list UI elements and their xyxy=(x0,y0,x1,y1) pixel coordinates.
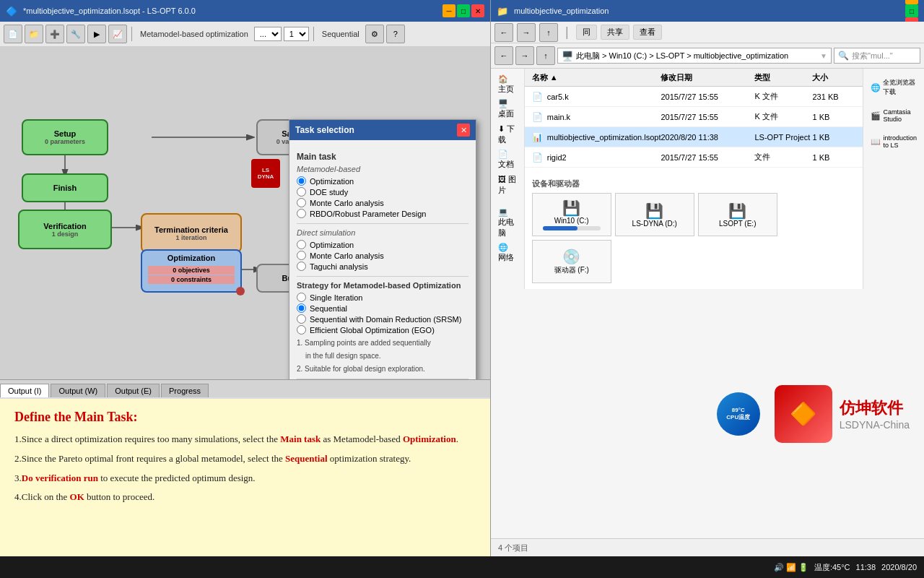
output-w-tab[interactable]: Output (W) xyxy=(51,384,105,397)
rbdo-radio[interactable] xyxy=(297,209,306,218)
fe-nav-up2[interactable]: ↑ xyxy=(536,46,555,65)
mode-dropdown[interactable]: ... xyxy=(254,27,282,41)
direct-sim-label: Direct simulation xyxy=(297,228,468,237)
wrench-button[interactable]: 🔧 xyxy=(66,25,85,43)
logo-icon-box: 🔶 xyxy=(775,385,832,443)
car5k-date: 2015/7/27 15:55 xyxy=(661,92,754,101)
main-toolbar: 📄 📁 ➕ 🔧 ▶ 📈 Metamodel-based optimization… xyxy=(0,22,490,47)
progress-tab[interactable]: Progress xyxy=(161,384,209,397)
drive-f[interactable]: 💿 驱动器 (F:) xyxy=(532,240,611,283)
dialog-close-button[interactable]: ✕ xyxy=(457,124,470,137)
fe-share-btn[interactable]: 同 xyxy=(576,25,597,40)
fe-nav-back[interactable]: ← xyxy=(494,46,513,65)
add-button[interactable]: ➕ xyxy=(45,25,64,43)
fe-searchbar[interactable]: 🔍 搜索"mul..." xyxy=(834,48,920,64)
fe-sidebar-net[interactable]: 🌐 网络 xyxy=(494,241,520,265)
srsm-radio[interactable] xyxy=(297,314,306,324)
hint-3: 2. Suitable for global design exploratio… xyxy=(297,364,468,374)
taguchi-radio-item[interactable]: Taguchi analysis xyxy=(297,261,468,272)
toolbar-sep xyxy=(131,27,132,41)
fe-sidebar-pics[interactable]: 🖼 图片 xyxy=(494,172,520,198)
temp-value: 89°C xyxy=(726,407,750,413)
col-type[interactable]: 类型 xyxy=(754,72,812,83)
mc-radio-item[interactable]: Monte Carlo analysis xyxy=(297,197,468,208)
main-task-options: Optimization DOE study Monte Carlo analy… xyxy=(297,176,468,219)
close-button[interactable]: ✕ xyxy=(471,4,484,17)
maximize-button[interactable]: □ xyxy=(457,4,470,17)
drive-c-label: Win10 (C:) xyxy=(554,217,589,225)
doe-radio-label: DOE study xyxy=(310,188,348,197)
flow-canvas[interactable]: Setup 0 parameters Finish Verification 1… xyxy=(0,47,490,379)
ego-radio-item[interactable]: Efficient Global Optimization (EGO) xyxy=(297,324,468,335)
direct-mc-radio[interactable] xyxy=(297,251,306,260)
fe-sidebar-pc[interactable]: 💻 此电脑 xyxy=(494,205,520,241)
drive-d[interactable]: 💾 LS-DYNA (D:) xyxy=(615,193,694,236)
logo-brand: 仿坤软件 xyxy=(840,397,910,419)
direct-opt-radio-item[interactable]: Optimization xyxy=(297,239,468,250)
settings-button[interactable]: ⚙ xyxy=(365,25,384,43)
fe-maximize-button[interactable]: □ xyxy=(905,4,918,17)
drive-e[interactable]: 💾 LSOPT (E:) xyxy=(698,193,777,236)
fe-addressbar[interactable]: 🖥️ 此电脑 > Win10 (C:) > LS-OPT > multiobje… xyxy=(557,48,832,64)
drive-c[interactable]: 💾 Win10 (C:) xyxy=(532,193,611,236)
dialog-content: Main task Metamodel-based Optimization D… xyxy=(289,140,476,379)
new-button[interactable]: 📄 xyxy=(4,25,22,43)
opt-radio-item[interactable]: Optimization xyxy=(297,176,468,186)
fe-right-intro[interactable]: 📖 introduction to LS xyxy=(867,129,920,155)
output-i-tab[interactable]: Output (I) xyxy=(0,384,49,397)
help-button[interactable]: ? xyxy=(386,25,405,43)
fe-sidebar-home[interactable]: 🏠 主页 xyxy=(494,72,520,97)
tray-temp: 温度:45°C xyxy=(814,562,850,573)
fe-sidebar-docs[interactable]: 📄 文档 xyxy=(494,147,520,172)
direct-mc-radio-item[interactable]: Monte Carlo analysis xyxy=(297,250,468,261)
fe-sidebar-desktop[interactable]: 🖥️ 桌面 xyxy=(494,97,520,121)
run-button[interactable]: ▶ xyxy=(87,25,106,43)
open-button[interactable]: 📁 xyxy=(25,25,43,43)
col-name[interactable]: 名称 ▲ xyxy=(532,72,661,83)
fe-view-btn[interactable]: 查看 xyxy=(633,25,662,40)
task-selection-dialog: Task selection ✕ Main task Metamodel-bas… xyxy=(289,119,476,379)
pages-dropdown[interactable]: 1 xyxy=(284,27,309,41)
fe-title: multiobjective_optimization xyxy=(514,7,609,15)
taguchi-label: Taguchi analysis xyxy=(310,262,368,271)
maink-size: 1 KB xyxy=(812,113,855,121)
doe-radio-item[interactable]: DOE study xyxy=(297,186,468,197)
temp-indicator: 89°C CPU温度 xyxy=(717,392,760,436)
fe-sidebar-downloads[interactable]: ⬇ 下载 xyxy=(494,121,520,147)
fe-share-btn2[interactable]: 共享 xyxy=(601,25,629,40)
srsm-radio-item[interactable]: Sequential with Domain Reduction (SRSM) xyxy=(297,314,468,324)
rigid2-type: 文件 xyxy=(754,152,812,163)
doe-radio[interactable] xyxy=(297,187,306,197)
sequential-radio[interactable] xyxy=(297,303,306,313)
mc-radio[interactable] xyxy=(297,198,306,207)
fe-right-camtasia[interactable]: 🎬 Camtasia Studio xyxy=(867,103,920,129)
sequential-radio-item[interactable]: Sequential xyxy=(297,303,468,314)
maink-date: 2015/7/27 15:55 xyxy=(661,113,754,121)
minimize-button[interactable]: ─ xyxy=(443,4,456,17)
single-iter-radio[interactable] xyxy=(297,293,306,302)
optimization-radio[interactable] xyxy=(297,176,306,186)
col-date[interactable]: 修改日期 xyxy=(661,72,754,83)
direct-opt-radio[interactable] xyxy=(297,240,306,249)
output-e-tab[interactable]: Output (E) xyxy=(107,384,160,397)
dialog-overlay: Task selection ✕ Main task Metamodel-bas… xyxy=(0,47,490,379)
col-size[interactable]: 大小 xyxy=(812,72,855,83)
fe-nav-forward[interactable]: → xyxy=(515,46,534,65)
single-iter-radio-item[interactable]: Single Iteration xyxy=(297,292,468,303)
file-row-lsopt[interactable]: 📊 multiobjective_optimization.lsopt 2020… xyxy=(525,127,863,147)
fe-up-button[interactable]: ↑ xyxy=(539,23,558,42)
maink-name: main.k xyxy=(547,113,570,121)
taguchi-radio[interactable] xyxy=(297,262,306,271)
fe-back-button[interactable]: ← xyxy=(494,23,513,42)
fe-right-browser[interactable]: 🌐 全览浏览器下载 xyxy=(867,72,920,103)
fe-forward-button[interactable]: → xyxy=(517,23,536,42)
file-row-car5k[interactable]: 📄 car5.k 2015/7/27 15:55 K 文件 231 KB xyxy=(525,87,863,107)
rbdo-radio-item[interactable]: RBDO/Robust Parameter Design xyxy=(297,208,468,219)
ego-radio[interactable] xyxy=(297,325,306,335)
file-row-maink[interactable]: 📄 main.k 2015/7/27 15:55 K 文件 1 KB xyxy=(525,107,863,127)
logo-box: 89°C CPU温度 🔶 仿坤软件 LSDYNA-China xyxy=(717,385,910,443)
file-row-rigid2[interactable]: 📄 rigid2 2015/7/27 15:55 文件 1 KB xyxy=(525,147,863,168)
fe-content: 🏠 主页 🖥️ 桌面 ⬇ 下载 📄 文档 🖼 图片 💻 此电脑 🌐 网络 名称 … xyxy=(491,69,924,289)
chart-button[interactable]: 📈 xyxy=(108,25,127,43)
lsopt-icon: 📊 xyxy=(532,131,544,143)
